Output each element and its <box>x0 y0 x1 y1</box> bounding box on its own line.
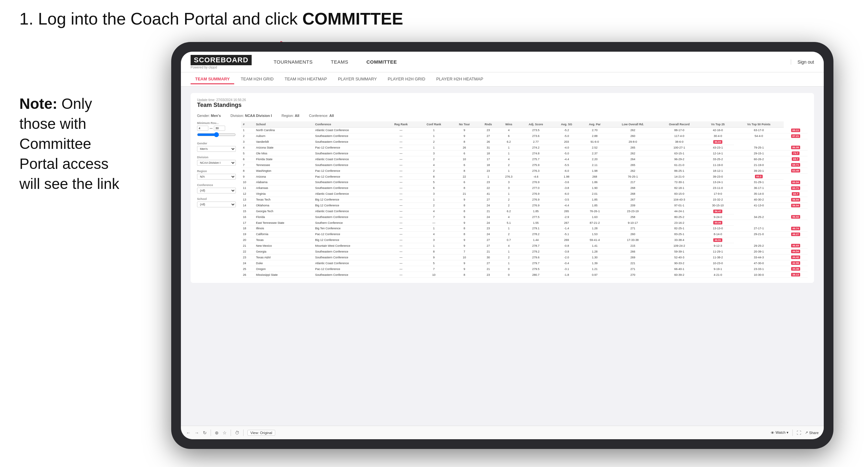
content-layout: Minimum Rou... — Gender Men's <box>197 121 808 278</box>
tablet-frame: SCOREBOARD Powered by clippd TOURNAMENTS… <box>171 42 833 449</box>
points-badge: 56.47 <box>713 210 722 213</box>
time-icon[interactable]: ⏱ <box>235 430 239 435</box>
col-vs-top25: Vs Top 25 <box>702 121 734 128</box>
share-button[interactable]: ↗ Share <box>805 431 818 435</box>
filter-gender-group: Gender Men's Women's <box>197 142 236 152</box>
table-row: 12VirginiaAtlantic Coast Conference—3214… <box>241 191 808 197</box>
points-badge: 73.7 <box>792 152 800 155</box>
table-row: 2AuburnSoutheastern Conference—19276273.… <box>241 133 808 139</box>
view-original-label: View: Original <box>250 431 272 435</box>
tab-player-h2h-grid[interactable]: PLAYER H2H GRID <box>383 74 430 84</box>
watch-button[interactable]: 👁 Watch ▾ <box>771 431 788 435</box>
points-badge: 63.49 <box>791 169 800 173</box>
filter-region-group: Region N/A All <box>197 169 236 180</box>
region-select[interactable]: N/A All <box>197 174 236 180</box>
points-badge: 60.3 <box>755 175 763 178</box>
points-badge: 69.7 <box>792 157 800 161</box>
division-filter-display: Division: NCAA Division I <box>231 114 272 118</box>
points-badge: 86.08 <box>791 146 800 149</box>
eye-icon: 👁 <box>771 431 774 435</box>
points-badge: 56.02 <box>791 215 800 219</box>
gender-select[interactable]: Men's Women's <box>197 146 236 152</box>
points-badge: 46.69 <box>791 244 800 247</box>
tab-team-h2h-grid[interactable]: TEAM H2H GRID <box>236 74 278 84</box>
conference-select[interactable]: (All) <box>197 188 236 193</box>
col-adj-score: Adj. Score <box>519 121 553 128</box>
filter-division-group: Division NCAA Division I NCAA Division I… <box>197 156 236 166</box>
share-icon: ↗ <box>805 431 808 435</box>
table-row: 9ArizonaPac-12 Conference—8221276.3-4.61… <box>241 174 808 180</box>
forward-icon[interactable]: → <box>194 430 199 435</box>
region-filter-display: Region: All <box>282 114 300 118</box>
tablet-screen: SCOREBOARD Powered by clippd TOURNAMENTS… <box>181 52 824 439</box>
gender-filter-display: Gender: Men's <box>197 114 221 118</box>
standings-header: Update time: 27/03/2024 16:56:26 Team St… <box>197 98 246 111</box>
back-icon[interactable]: ← <box>186 430 191 435</box>
table-row: 5Ole MissSoutheastern Conference—3618127… <box>241 151 808 156</box>
points-badge: 38.13 <box>791 273 800 276</box>
nav-teams[interactable]: TEAMS <box>328 58 351 66</box>
tab-team-h2h-heatmap[interactable]: TEAM H2H HEATMAP <box>280 74 332 84</box>
points-badge: 42.98 <box>791 261 800 265</box>
logo-text: SCOREBOARD <box>191 55 252 65</box>
table-row: 3VanderbiltSoutheastern Conference—28266… <box>241 139 808 145</box>
standings-table: # School Conference Reg Rank Conf Rank N… <box>241 121 808 278</box>
points-badge: 60.94 <box>791 181 800 184</box>
table-row: 15Georgia TechAtlantic Coast Conference—… <box>241 208 808 214</box>
nav-committee[interactable]: COMMITTEE <box>364 58 400 66</box>
view-original-button[interactable]: View: Original <box>247 430 275 436</box>
points-badge: 48.27 <box>791 232 800 236</box>
col-school: School <box>254 121 313 128</box>
sign-out-link[interactable]: Sign out <box>791 59 814 65</box>
points-badge: 46.91 <box>713 238 722 242</box>
table-row: 20TexasBig 12 Conference—39270.71.442695… <box>241 237 808 243</box>
bookmark-icon[interactable]: ☆ <box>223 430 227 435</box>
table-row: 8WashingtonPac-12 Conference—28231276.3-… <box>241 168 808 174</box>
filter-gender-label: Gender <box>197 142 236 145</box>
col-no-tour: No Tour <box>451 121 478 128</box>
col-conf-rank: Conf Rank <box>417 121 451 128</box>
max-rounds-input[interactable] <box>214 126 225 131</box>
standings-container: Update time: 27/03/2024 16:56:26 Team St… <box>191 93 814 283</box>
logo-sub: Powered by clippd <box>191 66 217 69</box>
tab-player-h2h-heatmap[interactable]: PLAYER H2H HEATMAP <box>432 74 488 84</box>
table-row: 7TennesseeSoutheastern Conference—461822… <box>241 162 808 168</box>
nav-tournaments[interactable]: TOURNAMENTS <box>271 58 315 66</box>
sidebar-filters: Minimum Rou... — Gender Men's <box>197 121 236 278</box>
table-row: 10AlabamaSoutheastern Conference—5623327… <box>241 180 808 185</box>
points-badge: 44.54 <box>791 250 800 253</box>
table-row: 16FloridaSoutheastern Conference—7924427… <box>241 214 808 220</box>
tab-team-summary[interactable]: TEAM SUMMARY <box>191 74 234 84</box>
filter-school-group: School (All) <box>197 197 236 207</box>
table-row: 22GeorgiaSoutheastern Conference—8721127… <box>241 249 808 254</box>
refresh-icon[interactable]: ↻ <box>203 430 207 435</box>
table-row: 19CaliforniaPac-12 Conference—48242278.2… <box>241 231 808 237</box>
points-badge: 44.42 <box>791 255 800 259</box>
table-row: 26Mississippi StateSoutheastern Conferen… <box>241 272 808 278</box>
col-rnds: Rnds <box>478 121 499 128</box>
division-select[interactable]: NCAA Division I NCAA Division II NCAA Di… <box>197 160 236 166</box>
col-low-rd: Low Overall Rd. <box>609 121 656 128</box>
note-text: Note: Only those with Committee Portal a… <box>20 94 123 194</box>
points-badge: 68.71 <box>791 163 800 167</box>
filter-division-label: Division <box>197 156 236 159</box>
scoreboard-logo: SCOREBOARD Powered by clippd <box>191 55 252 69</box>
filter-region-label: Region <box>197 169 236 173</box>
rounds-slider[interactable] <box>197 132 236 137</box>
filter-school-label: School <box>197 197 236 200</box>
points-badge: 60.71 <box>791 186 800 190</box>
table-row: 4Arizona StatePac-12 Conference—12631127… <box>241 145 808 151</box>
table-row: 18IllinoisBig Ten Conference—18231279.1-… <box>241 226 808 231</box>
school-select[interactable]: (All) <box>197 201 236 207</box>
table-row: 1North CarolinaAtlantic Coast Conference… <box>241 128 808 133</box>
min-rounds-input[interactable] <box>197 126 208 131</box>
table-row: 14OklahomaBig 12 Conference—28242276.9-4… <box>241 203 808 208</box>
table-row: 17East Tennessee StateSouthern Conferenc… <box>241 220 808 226</box>
tab-player-summary[interactable]: PLAYER SUMMARY <box>333 74 381 84</box>
fullscreen-icon[interactable]: ⛶ <box>797 430 801 435</box>
filters-row: Gender: Men's Division: NCAA Division I … <box>197 114 808 118</box>
points-badge: 49.74 <box>791 227 800 230</box>
update-time: Update time: 27/03/2024 16:56:26 <box>197 98 246 102</box>
table-row: 21New MexicoMountain West Conference—192… <box>241 243 808 249</box>
share-icon-2[interactable]: ⊕ <box>215 430 219 435</box>
